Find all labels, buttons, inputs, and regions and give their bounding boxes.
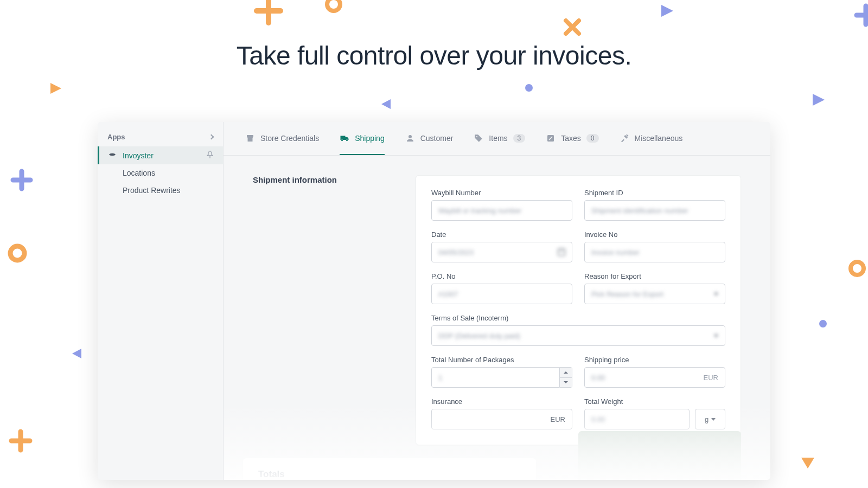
svg-point-1 bbox=[10, 246, 24, 260]
insurance-label: Insurance bbox=[431, 397, 572, 406]
confetti-circle-icon bbox=[323, 0, 344, 15]
confetti-dot-icon bbox=[525, 84, 533, 92]
tools-icon bbox=[620, 133, 629, 143]
tab-label: Taxes bbox=[561, 134, 581, 143]
shipment-id-label: Shipment ID bbox=[584, 189, 725, 197]
shipment-id-input[interactable]: Shipment identification number bbox=[584, 200, 725, 221]
sidebar-item-invoyster[interactable]: Invoyster bbox=[98, 146, 223, 164]
sidebar-item-label: Invoyster bbox=[123, 151, 154, 160]
tab-badge: 0 bbox=[586, 134, 599, 143]
tab-shipping[interactable]: Shipping bbox=[340, 122, 385, 155]
tab-badge: 3 bbox=[513, 134, 526, 143]
tag-icon bbox=[474, 133, 483, 143]
confetti-plus-icon bbox=[853, 3, 868, 28]
confetti-plus-icon bbox=[10, 168, 34, 192]
stepper-up-button[interactable] bbox=[560, 368, 572, 378]
po-no-input[interactable]: #1007 bbox=[431, 284, 572, 304]
app-window: Apps Invoyster Locations Product Rewrite… bbox=[98, 122, 770, 480]
shipping-price-input[interactable]: 0.00EUR bbox=[584, 367, 725, 388]
percent-icon bbox=[546, 133, 556, 143]
summary-placeholder bbox=[578, 431, 741, 480]
tab-label: Shipping bbox=[355, 134, 385, 143]
date-input[interactable]: 04/05/2023 bbox=[431, 242, 572, 262]
packages-label: Total Number of Packages bbox=[431, 356, 572, 364]
chevron-down-icon bbox=[714, 293, 718, 296]
sidebar-header[interactable]: Apps bbox=[98, 127, 223, 146]
waybill-input[interactable]: Waybill or tracking number bbox=[431, 200, 572, 221]
tab-label: Customer bbox=[420, 134, 454, 143]
app-icon bbox=[107, 151, 117, 160]
shipment-form: Waybill Number Waybill or tracking numbe… bbox=[416, 175, 741, 445]
pin-icon[interactable] bbox=[207, 151, 213, 160]
svg-point-3 bbox=[409, 135, 412, 138]
insurance-input[interactable]: EUR bbox=[431, 409, 572, 429]
tab-customer[interactable]: Customer bbox=[405, 122, 454, 155]
confetti-plus-icon bbox=[8, 428, 33, 453]
confetti-triangle-icon bbox=[71, 347, 84, 360]
confetti-circle-icon bbox=[846, 258, 868, 279]
confetti-triangle-icon bbox=[49, 81, 63, 95]
confetti-triangle-icon bbox=[811, 92, 826, 107]
tab-taxes[interactable]: Taxes 0 bbox=[546, 122, 598, 155]
invoice-no-label: Invoice No bbox=[584, 230, 725, 239]
currency-suffix: EUR bbox=[704, 374, 718, 382]
sidebar-item-label: Locations bbox=[123, 169, 155, 177]
person-icon bbox=[405, 133, 415, 143]
confetti-dot-icon bbox=[819, 320, 827, 328]
packages-stepper[interactable]: 1 bbox=[431, 367, 572, 388]
incoterm-select[interactable]: DDP (Delivered duty paid) bbox=[431, 325, 725, 346]
confetti-circle-icon bbox=[5, 241, 29, 265]
totals-title: Totals bbox=[258, 469, 521, 480]
stepper-down-button[interactable] bbox=[560, 378, 572, 388]
svg-point-0 bbox=[327, 0, 340, 11]
chevron-down-icon bbox=[714, 335, 718, 337]
store-icon bbox=[245, 133, 255, 143]
tab-bar: Store Credentials Shipping Customer Item… bbox=[224, 122, 770, 156]
tab-items[interactable]: Items 3 bbox=[474, 122, 525, 155]
tab-label: Items bbox=[489, 134, 507, 143]
tab-store-credentials[interactable]: Store Credentials bbox=[245, 122, 319, 155]
sidebar-header-label: Apps bbox=[107, 133, 125, 141]
sidebar-item-label: Product Rewrites bbox=[123, 186, 181, 195]
shipping-price-label: Shipping price bbox=[584, 356, 725, 364]
main-panel: Store Credentials Shipping Customer Item… bbox=[224, 122, 770, 480]
chevron-up-icon bbox=[564, 371, 568, 374]
waybill-label: Waybill Number bbox=[431, 189, 572, 197]
currency-suffix: EUR bbox=[551, 415, 565, 423]
chevron-right-icon bbox=[209, 134, 214, 140]
confetti-triangle-icon bbox=[380, 98, 393, 111]
hero-title: Take full control over your invoices. bbox=[0, 41, 868, 70]
chevron-down-icon bbox=[711, 418, 716, 421]
invoice-no-input[interactable]: Invoice number bbox=[584, 242, 725, 262]
calendar-icon bbox=[558, 248, 565, 256]
confetti-plus-icon bbox=[252, 0, 285, 27]
section-title: Shipment information bbox=[253, 175, 394, 445]
svg-point-4 bbox=[476, 136, 477, 137]
svg-point-2 bbox=[851, 262, 864, 275]
weight-input[interactable]: 0.00 bbox=[584, 409, 690, 429]
sidebar: Apps Invoyster Locations Product Rewrite… bbox=[98, 122, 224, 480]
sidebar-item-locations[interactable]: Locations bbox=[98, 164, 223, 182]
sidebar-item-product-rewrites[interactable]: Product Rewrites bbox=[98, 182, 223, 199]
tab-miscellaneous[interactable]: Miscellaneous bbox=[620, 122, 683, 155]
weight-unit-select[interactable]: g bbox=[695, 409, 725, 429]
tab-label: Miscellaneous bbox=[635, 134, 683, 143]
reason-select[interactable]: Pick Reason for Export bbox=[584, 284, 725, 304]
chevron-down-icon bbox=[564, 381, 568, 383]
confetti-triangle-icon bbox=[659, 3, 675, 19]
confetti-triangle-icon bbox=[800, 455, 815, 471]
reason-label: Reason for Export bbox=[584, 272, 725, 280]
tab-label: Store Credentials bbox=[260, 134, 319, 143]
weight-label: Total Weight bbox=[584, 397, 725, 406]
incoterm-label: Terms of Sale (Incoterm) bbox=[431, 314, 725, 322]
confetti-x-icon bbox=[561, 16, 583, 38]
date-label: Date bbox=[431, 230, 572, 239]
content-area: Shipment information Waybill Number Wayb… bbox=[224, 156, 770, 465]
totals-card: Totals bbox=[243, 458, 536, 480]
truck-icon bbox=[340, 133, 349, 143]
po-no-label: P.O. No bbox=[431, 272, 572, 280]
